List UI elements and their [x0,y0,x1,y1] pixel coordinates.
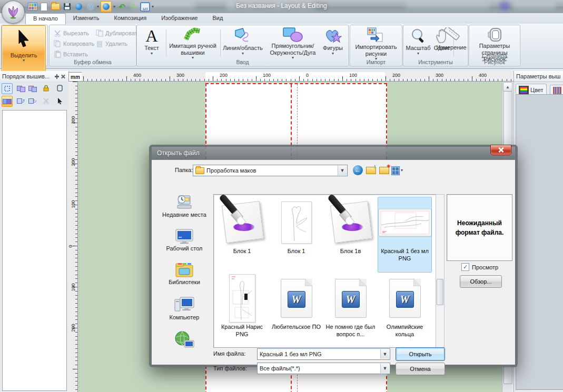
new-document-icon[interactable] [39,2,49,12]
copy-button[interactable]: Копировать [54,40,94,47]
tab-edit[interactable]: Изменить [66,13,107,24]
places-bar: Недавние места Рабочий стол [158,193,211,363]
move-backward-icon[interactable] [27,83,37,93]
dropdown-arrow-icon[interactable]: ▼ [380,364,389,373]
tab-sewing-attributes[interactable]: Па [550,85,563,95]
scissors-icon[interactable] [41,96,51,106]
open-file-dialog: Открыть файл Папка: Проработка маков ▼ ← [149,145,518,367]
tab-color[interactable]: Цвет [516,84,547,95]
select-tool-button[interactable]: Выделить [2,25,46,73]
clipboard-icon [54,51,61,58]
delete-button[interactable]: Удалить [96,40,127,47]
up-one-level-button[interactable] [365,165,377,176]
frame-icon[interactable] [55,83,65,93]
dialog-close-button[interactable] [490,145,511,155]
sewing-order-list[interactable] [2,110,67,391]
new-folder-button[interactable] [378,165,390,176]
rotate-backward-icon[interactable]: ↻ [27,96,37,106]
dialog-titlebar[interactable]: Открыть файл [152,147,515,159]
thread-spool-icon [519,86,529,94]
file-item[interactable]: W Олимпийские кольца [378,273,432,348]
file-item[interactable]: Красный Нарис PNG [215,273,269,348]
file-item[interactable]: Блок 1 [269,197,323,273]
open-folder-icon[interactable] [51,2,61,12]
measure-tool-button[interactable]: Измерение [436,26,467,64]
dialog-title: Открыть файл [157,149,200,157]
application-menu-button[interactable] [2,1,25,24]
preview-checkbox-row[interactable]: ✓ Просмотр [461,263,498,271]
filetype-combobox[interactable]: Все файлы(*.*) ▼ [257,363,390,374]
shapes-tool-button[interactable]: Фигуры [320,27,345,57]
scroll-up-arrow[interactable]: ▲ [503,82,512,92]
rotate-forward-icon[interactable]: ↺ [16,96,26,106]
pin-icon[interactable] [54,73,60,79]
undo-icon[interactable]: ↶ [117,2,127,12]
word-document-icon: W [335,279,367,318]
design-settings-icon[interactable] [101,1,112,12]
paste-button[interactable]: Вставить [54,51,88,58]
lock-icon[interactable] [41,83,51,93]
design-center-icon[interactable] [74,2,84,12]
cursor-icon[interactable] [55,96,65,106]
dropdown-arrow-icon[interactable]: ▼ [380,349,389,359]
filename-combobox[interactable]: Красный 1 без мл PNG ▼ [257,348,390,360]
file-item[interactable]: W Не помню где был вопрос п... [323,273,378,348]
open-button[interactable]: Открыть [396,347,445,361]
word-document-icon: W [389,279,421,318]
hand-stitch-tool-button[interactable]: Имитация ручной вышивки [167,27,218,57]
ruler-label: 200 [71,158,76,166]
dropdown-arrow-icon[interactable]: ▼ [338,166,347,175]
tab-home[interactable]: В начало [25,13,66,24]
folder-combobox[interactable]: Проработка маков ▼ [193,165,348,176]
back-button[interactable]: ← [352,164,363,176]
fit-to-window-icon[interactable] [2,83,13,94]
scrollbar-thumb[interactable] [437,279,443,305]
toolbar-options-icon[interactable] [152,5,154,9]
file-list[interactable]: Блок 1 Блок 1 Блок 1в [213,194,437,348]
tab-view[interactable]: Вид [205,13,230,24]
checkbox-checked-icon[interactable]: ✓ [461,263,469,271]
place-desktop[interactable]: Рабочий стол [166,227,202,252]
table-icon[interactable] [27,2,37,12]
duplicate-icon [96,29,103,37]
file-list-scrollbar[interactable] [436,194,445,348]
place-computer[interactable]: Компьютер [170,295,200,321]
file-item[interactable]: Блок 1в [323,197,378,273]
design-property-123-icon[interactable]: 123 [140,2,150,12]
ruler-label: 100 [71,200,76,208]
word-document-icon: W [281,279,312,318]
dropdown-caret-icon[interactable] [97,5,99,9]
ruler-icon [443,27,460,43]
line-region-tool-button[interactable]: Линия/область [222,27,263,57]
browse-button[interactable]: Обзор... [460,275,502,288]
tab-image[interactable]: Изображение [154,13,205,24]
place-network[interactable] [174,330,195,350]
file-item-selected[interactable]: Красный 1 без мл PNG [378,197,432,273]
redo-icon[interactable]: ↷ [129,2,139,12]
place-libraries[interactable]: Библиотеки [169,261,200,286]
sewing-order-panel: Порядок вышив... ↺ ↻ [0,71,69,392]
ribbon-group-label-import: Импорт [350,59,402,65]
cut-button[interactable]: Вырезать [54,29,89,37]
view-menu-button[interactable] [391,165,403,176]
text-tool-button[interactable]: A Текст [140,27,163,57]
file-item[interactable]: W Любительское ПО [269,273,323,348]
place-recent[interactable]: Недавние места [162,193,206,218]
import-images-button[interactable]: Импортировать рисунки [352,27,400,57]
move-forward-icon[interactable] [16,83,26,93]
tab-composition[interactable]: Композиция [106,13,154,24]
line-region-icon [233,27,252,44]
ruler-label: 100 [349,73,357,78]
zoom-tool-button[interactable]: Масштаб [405,27,431,57]
design-database-icon[interactable] [85,2,95,12]
trash-icon [96,40,103,47]
color-sort-icon[interactable] [2,96,13,107]
duplicate-button[interactable]: Дублировать [96,29,140,37]
rectangle-circle-arc-tool-button[interactable]: Прямоугольник/ Окружность/Дуга [265,27,320,57]
close-icon[interactable] [60,73,66,79]
dropdown-caret-icon[interactable] [113,5,115,9]
save-icon[interactable] [62,2,72,12]
cancel-button[interactable]: Отмена [396,363,445,375]
file-item[interactable]: Блок 1 [215,197,269,273]
ruler-unit-box: mm [68,72,82,82]
